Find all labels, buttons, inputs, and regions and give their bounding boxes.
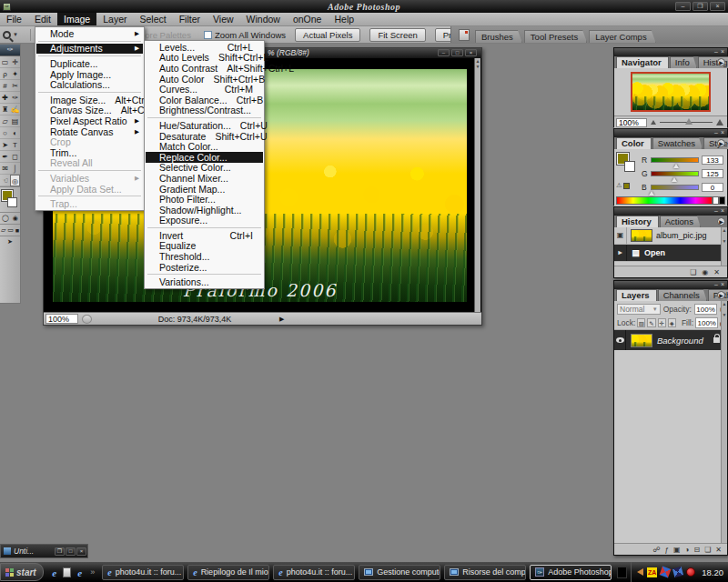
dodge-tool[interactable]: ◐ — [10, 127, 20, 139]
menu-item-color-balance[interactable]: Color Balance...Ctrl+B — [146, 95, 263, 105]
fill-field[interactable]: 100% — [695, 317, 718, 328]
menu-item-apply-image[interactable]: Apply Image... — [36, 69, 143, 80]
rectangular-marquee-tool[interactable]: ▭ — [0, 56, 10, 68]
palette-close-icon[interactable]: × — [721, 281, 724, 289]
delete-layer-icon[interactable]: ✕ — [715, 546, 722, 554]
tool-preset-picker[interactable]: ▼ — [3, 28, 26, 42]
navigator-zoom-field[interactable]: 100% — [616, 118, 647, 127]
menu-item-hue-saturation[interactable]: Hue/Saturation...Ctrl+U — [146, 120, 263, 131]
quicklaunch-chevron-icon[interactable]: » — [90, 567, 95, 577]
menu-item-rotate-canvas[interactable]: Rotate Canvas▶ — [36, 126, 143, 137]
menu-item-trim[interactable]: Trim... — [36, 147, 143, 158]
menu-item-posterize[interactable]: Posterize... — [146, 262, 263, 273]
layer-style-icon[interactable]: ƒ — [665, 546, 669, 554]
magic-wand-tool[interactable]: ✦ — [10, 68, 20, 80]
navigator-zoom-slider[interactable] — [660, 122, 713, 123]
set-history-source-icon[interactable]: ▣ — [614, 227, 627, 244]
menu-filter[interactable]: Filter — [173, 13, 207, 25]
palette-minimize-icon[interactable]: – — [714, 48, 718, 56]
menu-item-shadow-highlight[interactable]: Shadow/Highlight... — [146, 205, 263, 216]
standard-mode-icon[interactable]: ◯ — [2, 215, 9, 222]
menu-item-variations[interactable]: Variations... — [146, 276, 263, 287]
palette-minimize-icon[interactable]: – — [714, 207, 718, 216]
menu-item-pixel-aspect-ratio[interactable]: Pixel Aspect Ratio▶ — [36, 115, 143, 126]
layers-tab-layers[interactable]: Layers — [616, 289, 657, 301]
taskbar-button-photo4u-it-foru[interactable]: ephoto4u.it :: foru... — [102, 565, 184, 580]
gamut-warning[interactable]: ⚠ — [616, 182, 630, 189]
doc-minimize-button[interactable]: – — [438, 49, 450, 56]
zoom-percentage-field[interactable]: 100% — [46, 314, 78, 324]
black-swatch[interactable] — [719, 196, 725, 205]
go-to-bridge-icon[interactable] — [459, 29, 470, 41]
history-entry[interactable]: ▸▤Open — [614, 245, 727, 262]
antivirus-icon[interactable] — [686, 567, 695, 577]
mini-maximize-button[interactable]: □ — [66, 547, 76, 556]
taskbar-button-adobe-photoshop[interactable]: ✑Adobe Photoshop — [530, 565, 612, 580]
navigator-tab-navigator[interactable]: Navigator — [616, 56, 669, 68]
well-tab-tool-presets[interactable]: Tool Presets — [524, 30, 587, 43]
mini-close-button[interactable]: × — [76, 547, 86, 556]
internet-explorer-icon[interactable]: e — [75, 567, 85, 577]
menu-item-curves[interactable]: Curves...Ctrl+M — [146, 84, 263, 95]
pen-tool[interactable]: ✒ — [0, 151, 10, 163]
menu-item-calculations[interactable]: Calculations... — [36, 79, 143, 90]
color-tab-swatches[interactable]: Swatches — [652, 137, 703, 149]
eraser-tool[interactable]: ▱ — [0, 115, 10, 127]
slice-tool[interactable]: ✂ — [10, 80, 20, 92]
lock-pixels-icon[interactable]: ✎ — [647, 318, 655, 327]
menu-item-auto-levels[interactable]: Auto LevelsShift+Ctrl+L — [146, 53, 263, 64]
lock-all-icon[interactable]: ◈ — [668, 318, 676, 327]
taskbar-button-riepilogo-de-il-mio[interactable]: eRiepilogo de Il mio... — [187, 565, 269, 580]
eyedropper-tool[interactable]: ⌡ — [10, 163, 20, 175]
history-scrollbar[interactable]: ▲▼ — [721, 227, 727, 266]
history-entry[interactable]: ▣album_pic.jpg — [614, 227, 727, 245]
document-icon[interactable] — [63, 567, 71, 577]
menu-item-match-color[interactable]: Match Color... — [146, 141, 263, 152]
palette-minimize-icon[interactable]: – — [714, 129, 718, 137]
channel-slider-bar[interactable] — [651, 185, 699, 190]
background-color-swatch[interactable] — [7, 197, 17, 207]
menu-item-exposure[interactable]: Exposure... — [146, 216, 263, 226]
palette-close-icon[interactable]: × — [721, 207, 724, 216]
menu-item-canvas-size[interactable]: Canvas Size...Alt+Ctrl+C — [36, 105, 143, 116]
layer-group-icon[interactable]: ⊟ — [693, 546, 700, 554]
lock-position-icon[interactable]: ✛ — [658, 318, 666, 327]
menu-item-channel-mixer[interactable]: Channel Mixer... — [146, 173, 263, 184]
standard-screen-icon[interactable]: ▱ — [1, 226, 5, 234]
history-tab-actions[interactable]: Actions — [660, 216, 701, 227]
menu-item-brightness-contrast[interactable]: Brightness/Contrast... — [146, 105, 263, 116]
well-tab-layer-comps[interactable]: Layer Comps — [589, 30, 656, 43]
notes-tool[interactable]: ✉ — [0, 163, 10, 175]
history-tab-history[interactable]: History — [616, 216, 659, 227]
zoom-out-mountain-icon[interactable] — [651, 120, 656, 125]
slider-thumb-icon[interactable] — [649, 191, 654, 196]
menu-item-levels[interactable]: Levels...Ctrl+L — [146, 42, 263, 53]
new-snapshot-icon[interactable]: ◉ — [702, 268, 708, 276]
menu-item-selective-color[interactable]: Selective Color... — [146, 163, 263, 174]
menu-view[interactable]: View — [207, 13, 240, 25]
menu-item-equalize[interactable]: Equalize — [146, 241, 263, 252]
channel-value-field[interactable]: 133 — [702, 156, 723, 165]
zonealarm-icon[interactable]: ZA — [647, 567, 657, 577]
zoom-all-windows-option[interactable]: Zoom All Windows — [204, 30, 286, 40]
channel-slider-bar[interactable] — [651, 171, 699, 176]
options-button-fit-screen[interactable]: Fit Screen — [369, 28, 425, 42]
adjustment-layer-icon[interactable]: ◑ — [685, 546, 690, 554]
menu-item-mode[interactable]: Mode▶ — [36, 28, 143, 39]
taskbar-button-photo4u-it-foru[interactable]: ephoto4u.it :: foru... — [273, 565, 355, 580]
menu-item-threshold[interactable]: Threshold... — [146, 251, 263, 262]
layer-row[interactable]: Background — [614, 330, 727, 350]
palette-menu-icon[interactable]: ▶ — [717, 217, 725, 226]
navigator-thumbnail[interactable] — [631, 72, 711, 112]
opacity-field[interactable]: 100% — [694, 304, 718, 315]
channel-slider-bar[interactable] — [651, 157, 699, 163]
palette-menu-icon[interactable]: ▶ — [717, 291, 725, 299]
blur-tool[interactable]: ○ — [0, 127, 10, 139]
mini-restore-button[interactable]: ❐ — [55, 547, 65, 556]
palette-close-icon[interactable]: × — [721, 129, 724, 137]
menu-item-gradient-map[interactable]: Gradient Map... — [146, 184, 263, 195]
lock-transparency-icon[interactable]: ▨ — [637, 318, 645, 327]
zoom-in-mountain-icon[interactable] — [716, 119, 723, 125]
white-swatch[interactable] — [713, 196, 719, 205]
path-selection-tool[interactable]: ➤ — [0, 139, 10, 151]
